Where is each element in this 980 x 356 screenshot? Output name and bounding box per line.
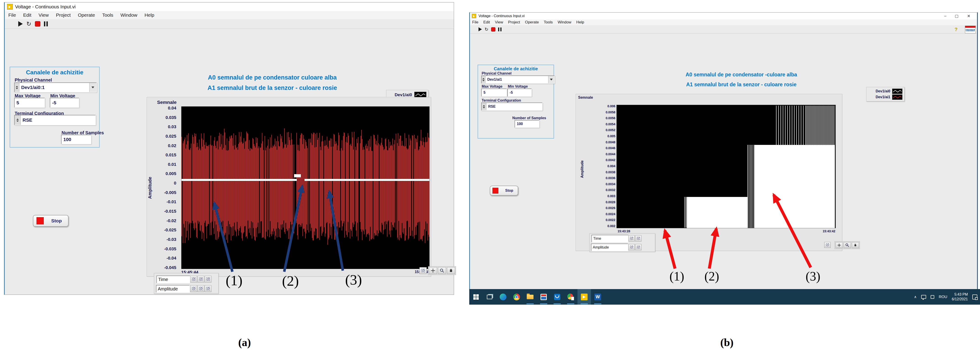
scale-legend-icon[interactable] — [420, 267, 427, 274]
pause-icon[interactable] — [44, 21, 48, 26]
terminal-spin-icon[interactable] — [482, 103, 487, 110]
min-voltage-field[interactable]: -5 — [50, 98, 79, 108]
zoom-tool-icon[interactable] — [844, 242, 851, 248]
y-autoscale-icon[interactable] — [197, 285, 204, 292]
pause-icon[interactable] — [498, 27, 501, 31]
tray-sound-icon[interactable] — [931, 295, 934, 299]
y-scale-lock-icon[interactable] — [628, 244, 635, 250]
x-scale-format-icon[interactable] — [205, 276, 212, 283]
menu-item[interactable]: Help — [145, 13, 154, 18]
min-voltage-value[interactable]: -5 — [508, 91, 513, 95]
menu-item[interactable]: Window — [558, 20, 571, 25]
terminal-spin-icon[interactable] — [15, 115, 21, 125]
channel-dropdown-icon[interactable] — [548, 76, 554, 83]
context-help-icon[interactable]: ? — [955, 27, 958, 32]
ni-max-icon[interactable] — [537, 289, 550, 305]
legend-row-ai1[interactable]: Dev1/ai1 — [868, 94, 902, 100]
x-scale-lock-icon[interactable] — [628, 235, 635, 242]
y-scale-lock-icon[interactable] — [190, 285, 197, 292]
scale-legend-icon[interactable] — [824, 242, 830, 248]
pan-tool-icon[interactable] — [447, 267, 455, 274]
menu-item[interactable]: Edit — [23, 13, 31, 18]
terminal-configuration-field[interactable]: RSE — [481, 103, 542, 111]
run-continuous-icon[interactable]: ↻ — [26, 21, 31, 27]
menu-item[interactable]: File — [472, 20, 478, 25]
pan-tool-icon[interactable] — [852, 242, 859, 248]
max-voltage-field[interactable]: 5 — [481, 89, 507, 97]
y-axis-tick: -0.035 — [164, 247, 176, 251]
run-continuous-icon[interactable]: ↻ — [485, 27, 488, 32]
menu-item[interactable]: View — [38, 13, 49, 18]
min-voltage-value[interactable]: -5 — [50, 100, 56, 105]
abort-icon[interactable] — [35, 21, 40, 27]
menu-item[interactable]: Tools — [102, 13, 113, 18]
y-scale-name-box[interactable]: Amplitude — [591, 243, 628, 251]
number-of-samples-value[interactable]: 100 — [62, 137, 71, 142]
physical-channel-value[interactable]: Dev1/ai1 — [485, 78, 502, 81]
menu-item[interactable]: Window — [120, 13, 137, 18]
y-autoscale-icon[interactable] — [635, 244, 641, 250]
chrome-icon[interactable] — [510, 289, 523, 305]
max-voltage-field[interactable]: 5 — [14, 98, 45, 108]
run-icon[interactable] — [479, 27, 482, 31]
x-scale-name-box[interactable]: Time — [156, 276, 190, 283]
number-of-samples-field[interactable]: 100 — [61, 135, 91, 144]
y-scale-name-box[interactable]: Amplitude — [156, 285, 190, 293]
abort-icon[interactable] — [491, 27, 495, 32]
run-icon[interactable] — [18, 21, 23, 27]
terminal-configuration-value[interactable]: RSE — [21, 118, 32, 123]
start-icon[interactable] — [469, 289, 483, 305]
menu-item[interactable]: Operate — [525, 20, 539, 25]
x-autoscale-icon[interactable] — [197, 276, 204, 283]
task-view-icon[interactable] — [483, 289, 496, 305]
physical-channel-combo[interactable]: Dev1/ai0:1 — [14, 83, 97, 92]
stop-button[interactable]: Stop — [490, 186, 518, 195]
y-scale-format-icon[interactable] — [205, 285, 212, 292]
plot-legend[interactable]: Dev1/ai0 Dev1/ai1 — [866, 87, 905, 102]
file-explorer-icon[interactable] — [523, 289, 537, 305]
edge-icon[interactable] — [496, 289, 510, 305]
plot-area[interactable] — [616, 105, 836, 228]
zoom-tool-icon[interactable] — [438, 267, 446, 274]
action-center-icon[interactable] — [972, 294, 977, 299]
menu-item[interactable]: Edit — [483, 20, 490, 25]
stop-button[interactable]: Stop — [33, 215, 68, 227]
terminal-configuration-value[interactable]: RSE — [487, 105, 496, 109]
tray-network-icon[interactable] — [921, 295, 926, 299]
menu-item[interactable]: View — [495, 20, 503, 25]
legend-row-ai0[interactable]: Dev1/ai0 — [868, 89, 902, 94]
chrome-doc-icon[interactable] — [564, 289, 578, 305]
x-scale-name-box[interactable]: Time — [592, 235, 628, 242]
min-voltage-field[interactable]: -5 — [508, 89, 532, 97]
menu-item[interactable]: Tools — [544, 20, 553, 25]
number-of-samples-value[interactable]: 100 — [515, 122, 523, 126]
max-voltage-value[interactable]: 5 — [15, 100, 19, 105]
tray-chevron-icon[interactable] — [914, 295, 917, 299]
physical-channel-combo[interactable]: Dev1/ai1 — [481, 75, 555, 84]
x-autoscale-icon[interactable] — [635, 235, 641, 242]
number-of-samples-field[interactable]: 100 — [515, 120, 539, 128]
crosshair-tool-icon[interactable] — [429, 267, 437, 274]
tray-language[interactable]: ROU — [939, 295, 947, 299]
physical-channel-value[interactable]: Dev1/ai0:1 — [19, 85, 45, 90]
tray-clock[interactable]: 5:43 PM 6/12/2021 — [952, 292, 968, 302]
menu-item[interactable]: Project — [508, 20, 520, 25]
menu-item[interactable]: File — [8, 13, 16, 18]
max-voltage-value[interactable]: 5 — [482, 91, 485, 95]
minimize-icon[interactable] — [940, 13, 950, 19]
channel-dropdown-icon[interactable] — [89, 83, 96, 92]
plot-area[interactable] — [181, 106, 430, 269]
menu-item[interactable]: Operate — [78, 13, 95, 18]
menu-item[interactable]: Project — [56, 13, 70, 18]
maximize-icon[interactable] — [951, 13, 962, 19]
close-icon[interactable] — [964, 13, 974, 19]
terminal-configuration-field[interactable]: RSE — [14, 115, 96, 125]
blue-app-icon[interactable] — [550, 289, 564, 305]
x-scale-lock-icon[interactable] — [190, 276, 197, 283]
labview-icon[interactable] — [578, 289, 591, 305]
menu-item[interactable]: Help — [576, 20, 584, 25]
crosshair-tool-icon[interactable] — [835, 242, 843, 248]
channel-spin-icon[interactable] — [482, 76, 485, 83]
channel-spin-icon[interactable] — [15, 83, 19, 92]
word-icon[interactable] — [591, 289, 605, 305]
